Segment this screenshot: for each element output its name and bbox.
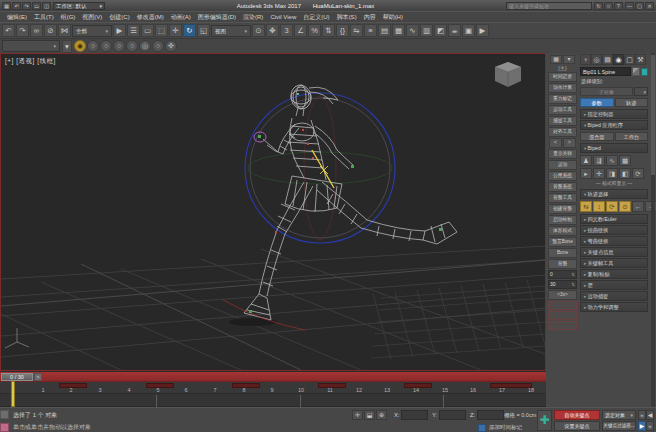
strip-button[interactable]: 骨骼系统 <box>548 182 577 192</box>
rollout-biped[interactable]: Biped <box>580 143 648 153</box>
strip-button[interactable]: 重力标记 <box>548 94 577 104</box>
tool-2-icon[interactable]: ○ <box>100 40 112 52</box>
rollout-collapsed[interactable]: 运动捕捉 <box>580 291 648 301</box>
rollout-collapsed[interactable]: 关键点信息 <box>580 247 648 257</box>
menu-item[interactable]: 视图(V) <box>79 12 105 22</box>
bind-to-spacewarp-icon[interactable]: ⋈ <box>58 24 71 37</box>
go-to-start-icon[interactable]: « <box>638 410 646 420</box>
open-file-icon[interactable]: ▭ <box>32 2 41 10</box>
timeline-ruler[interactable] <box>0 393 546 407</box>
search-input[interactable] <box>506 2 592 10</box>
mirror-icon[interactable]: ⇋ <box>350 24 363 37</box>
minimize-icon[interactable]: — <box>625 2 634 10</box>
reference-coordinate-dropdown[interactable]: 视图 <box>211 25 251 37</box>
favorites-icon[interactable]: ☆ <box>604 2 613 10</box>
display-tab-icon[interactable]: ▢ <box>624 54 635 65</box>
isolate-selection-icon[interactable]: ✛ <box>352 410 363 420</box>
create-tab-icon[interactable]: ＋ <box>580 54 591 65</box>
body-horizontal-icon[interactable]: ⇆ <box>580 201 592 212</box>
select-and-scale-icon[interactable]: ◱ <box>197 24 210 37</box>
spinner-arrows-icon[interactable]: ⇅ <box>571 281 575 288</box>
rollout-collapsed[interactable]: 扭曲链接 <box>580 225 648 235</box>
render-setup-icon[interactable]: ☕ <box>448 24 461 37</box>
rollout-collapsed[interactable]: 四元数/Euler <box>580 214 648 224</box>
quick-redo-icon[interactable]: ↷ <box>22 2 31 10</box>
modes-display-separator[interactable]: 模式和显示 <box>578 180 650 188</box>
maxscript-macro-recorder[interactable] <box>0 423 9 432</box>
menu-item[interactable]: 图形编辑器(D) <box>195 12 239 22</box>
tool-3-icon[interactable]: ○ <box>113 40 125 52</box>
y-coordinate-field[interactable] <box>439 410 466 420</box>
strip-button[interactable]: 创建骨骼 <box>548 204 577 214</box>
next-frame-nub[interactable]: > <box>34 373 42 381</box>
add-time-tag[interactable]: 添加时间标记 <box>489 424 522 431</box>
rendered-frame-icon[interactable]: ▣ <box>462 24 475 37</box>
render-icon[interactable]: ▶ <box>476 24 489 37</box>
lock-com-keying-icon[interactable]: ⊙ <box>619 201 631 212</box>
sub-object-button[interactable]: 子对象 <box>580 87 633 96</box>
modify-tab-icon[interactable]: ◎ <box>591 54 602 65</box>
spinner-arrows-icon[interactable]: ⇅ <box>571 271 575 278</box>
edit-named-selections-icon[interactable]: {} <box>336 24 349 37</box>
layer-manager-icon[interactable]: ▤ <box>378 24 391 37</box>
menu-item[interactable]: 工具(T) <box>31 12 57 22</box>
trajectories-button[interactable]: 轨迹 <box>615 98 649 107</box>
strip-button[interactable]: 捕捉工具 <box>548 116 577 126</box>
rollout-biped-apps[interactable]: Biped 应用程序 <box>580 120 648 130</box>
strip-empty-button[interactable] <box>548 311 577 320</box>
rollout-collapsed[interactable]: 层 <box>580 280 648 290</box>
strip-button[interactable]: 骨骼 <box>548 259 577 269</box>
menu-item[interactable]: 编辑(E) <box>4 12 30 22</box>
window-crossing-icon[interactable]: ⬚ <box>155 24 168 37</box>
menu-item[interactable]: 创建(C) <box>106 12 132 22</box>
motion-tab-icon[interactable]: ◉ <box>613 54 624 65</box>
rectangular-region-icon[interactable]: ▭ <box>141 24 154 37</box>
biped-app-button[interactable]: 混合器 <box>580 132 614 141</box>
z-coordinate-field[interactable] <box>477 410 504 420</box>
select-and-link-icon[interactable]: ∞ <box>30 24 43 37</box>
tool-4-icon[interactable]: ○ <box>126 40 138 52</box>
selection-filter-dropdown[interactable]: 全部 <box>72 25 112 37</box>
hierarchy-tab-icon[interactable]: ▤ <box>602 54 613 65</box>
utilities-tab-icon[interactable]: ⚒ <box>635 54 646 65</box>
object-name-field[interactable]: Bip01 L Spine <box>580 67 631 76</box>
menu-item[interactable]: 动画(A) <box>168 12 194 22</box>
current-frame-marker[interactable] <box>11 381 15 407</box>
set-key-button[interactable]: 设置关键点 <box>554 421 600 431</box>
workspace-dropdown[interactable]: 工作区: 默认 <box>53 2 105 10</box>
close-icon[interactable]: ✕ <box>645 2 654 10</box>
previous-frame-icon[interactable]: ◀ <box>646 410 654 420</box>
figure-mode-icon[interactable]: ♟ <box>580 155 592 166</box>
ribbon-toggle-icon[interactable]: ▦ <box>392 24 405 37</box>
motion-flow-mode-icon[interactable]: ∿ <box>606 155 618 166</box>
rollout-collapsed[interactable]: 弯曲链接 <box>580 236 648 246</box>
key-selection-set-dropdown[interactable]: 选定对象 <box>602 410 636 420</box>
strip-button[interactable]: 公用系统 <box>548 171 577 181</box>
time-slider[interactable]: 0 / 30 > <box>0 371 546 381</box>
strip-button[interactable]: 动作计算 <box>548 83 577 93</box>
biped-play-icon[interactable]: ▸ <box>580 168 592 179</box>
menu-item[interactable]: 自定义(U) <box>300 12 332 22</box>
strip-spinner[interactable]: 0⇅ <box>548 270 577 279</box>
strip-button[interactable]: 运动工具 <box>548 105 577 115</box>
curve-editor-icon[interactable]: ∿ <box>406 24 419 37</box>
menu-item[interactable]: 修改器(M) <box>134 12 167 22</box>
strip-arrow-button[interactable]: > <box>563 138 576 148</box>
load-file-icon[interactable]: ◨ <box>606 168 618 179</box>
strip-button[interactable]: Bone <box>548 248 577 258</box>
spinner-snap-icon[interactable]: ⇅ <box>322 24 335 37</box>
next-frame-icon[interactable]: » <box>646 421 654 431</box>
strip-empty-button[interactable] <box>548 321 577 330</box>
maximize-icon[interactable]: ▢ <box>635 2 644 10</box>
convert-icon[interactable]: ⟳ <box>632 168 644 179</box>
named-set-mini-icon[interactable]: ▾ <box>62 40 72 53</box>
menu-item[interactable]: Civil View <box>267 12 299 22</box>
selection-lock-icon[interactable]: ◉ <box>74 40 86 52</box>
rollout-assign-controller[interactable]: 指定控制器 <box>580 109 648 119</box>
select-and-manipulate-icon[interactable]: ✥ <box>266 24 279 37</box>
menu-item[interactable]: 内容 <box>361 12 379 22</box>
panel-scrollbar[interactable] <box>651 53 655 407</box>
time-slider-handle[interactable]: 0 / 30 <box>1 373 33 381</box>
strip-button[interactable]: 显示关联 <box>548 149 577 159</box>
object-color-swatch[interactable] <box>641 68 648 76</box>
